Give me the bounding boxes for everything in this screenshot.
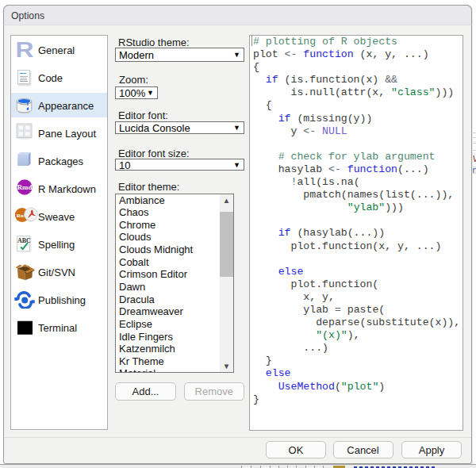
svg-text:Rmd: Rmd xyxy=(17,183,33,191)
